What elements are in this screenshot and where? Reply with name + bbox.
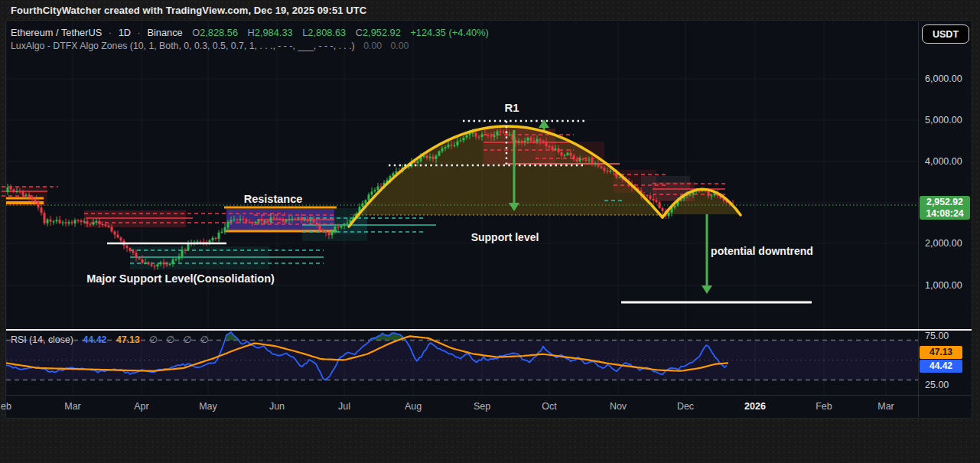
- time-axis-tick: Jun: [269, 401, 285, 412]
- footer-bar: TradingView: [0, 418, 980, 463]
- last-price-value: 2,952.92: [920, 197, 970, 208]
- time-axis-tick: Mar: [64, 401, 81, 412]
- time-axis-tick: Dec: [677, 401, 694, 412]
- interval-value[interactable]: 1D: [119, 27, 131, 38]
- svg-text:Major Support Level(Consolidat: Major Support Level(Consolidation): [86, 272, 275, 285]
- time-axis-tick: Sep: [474, 401, 490, 412]
- svg-text:R1: R1: [504, 101, 519, 114]
- price-axis-tick: 6,000.00: [925, 73, 962, 84]
- time-axis-tick: Apr: [134, 401, 148, 412]
- change-value: +124.35 (+4.40%): [410, 27, 488, 38]
- exchange-name: Binance: [147, 27, 182, 38]
- rsi-null-values: ∅ ∅ ∅ ∅: [149, 334, 212, 345]
- rsi-value-badge: 44.42: [920, 360, 962, 373]
- time-axis-tick: Mar: [877, 401, 894, 412]
- time-axis-tick: Feb: [816, 401, 832, 412]
- legend-separator: ·: [109, 27, 112, 38]
- rsi-ma-badge: 47.13: [920, 346, 962, 359]
- time-axis-tick: Oct: [542, 401, 556, 412]
- tradingview-snapshot: FourthCityWatcher created with TradingVi…: [0, 0, 980, 463]
- svg-text:Support level: Support level: [471, 231, 539, 243]
- time-axis-tick: Aug: [405, 401, 422, 412]
- price-axis-tick: 1,000.00: [925, 280, 962, 291]
- high-value: 2,984.33: [255, 27, 293, 38]
- close-value: 2,952.92: [363, 27, 401, 38]
- open-label: O: [192, 27, 200, 38]
- legend-symbol-row[interactable]: Ethereum / TetherUS · 1D · Binance O2,82…: [11, 27, 489, 38]
- time-axis-tick: 2026: [744, 401, 766, 412]
- legend-separator: ·: [138, 27, 141, 38]
- high-label: H: [248, 27, 255, 38]
- price-axis-tick: 2,000.00: [925, 238, 962, 249]
- price-axis-tick: 5,000.00: [925, 115, 962, 126]
- rsi-axis-tick-25: 25.00: [925, 380, 949, 390]
- indicator-value: 0.00: [391, 41, 409, 51]
- time-axis-tick: Nov: [610, 401, 627, 412]
- indicator-title[interactable]: LuxAlgo - DTFX Algo Zones (10, 1, Both, …: [11, 41, 355, 51]
- time-axis-tick: eb: [1, 401, 11, 412]
- rsi-value: 44.42: [83, 334, 106, 345]
- close-label: C: [356, 27, 363, 38]
- bar-countdown: 14:08:24: [920, 208, 970, 220]
- time-axis-tick: Jul: [338, 401, 350, 412]
- time-axis-tick: May: [199, 401, 217, 412]
- symbol-title[interactable]: Ethereum / TetherUS: [11, 27, 102, 38]
- svg-text:Resistance: Resistance: [244, 193, 303, 205]
- rsi-legend-row[interactable]: RSI (14, close) 44.42 47.13 ∅ ∅ ∅ ∅: [11, 334, 212, 345]
- legend-indicator-row[interactable]: LuxAlgo - DTFX Algo Zones (10, 1, Both, …: [11, 41, 409, 51]
- currency-toggle-button[interactable]: USDT: [922, 24, 969, 44]
- rsi-ma-value: 47.13: [116, 334, 140, 345]
- low-value: 2,808.63: [308, 27, 346, 38]
- rsi-axis-tick-75: 75.00: [925, 331, 949, 341]
- open-value: 2,828.56: [200, 27, 238, 38]
- price-chart-canvas[interactable]: R1ResistanceSupport levelMajor Support L…: [0, 0, 980, 463]
- rsi-indicator-title[interactable]: RSI (14, close): [11, 334, 73, 345]
- svg-text:potential downtrend: potential downtrend: [711, 245, 813, 257]
- indicator-value: 0.00: [363, 41, 382, 51]
- price-axis-tick: 4,000.00: [925, 156, 962, 167]
- last-price-badge: 2,952.92 14:08:24: [920, 196, 970, 220]
